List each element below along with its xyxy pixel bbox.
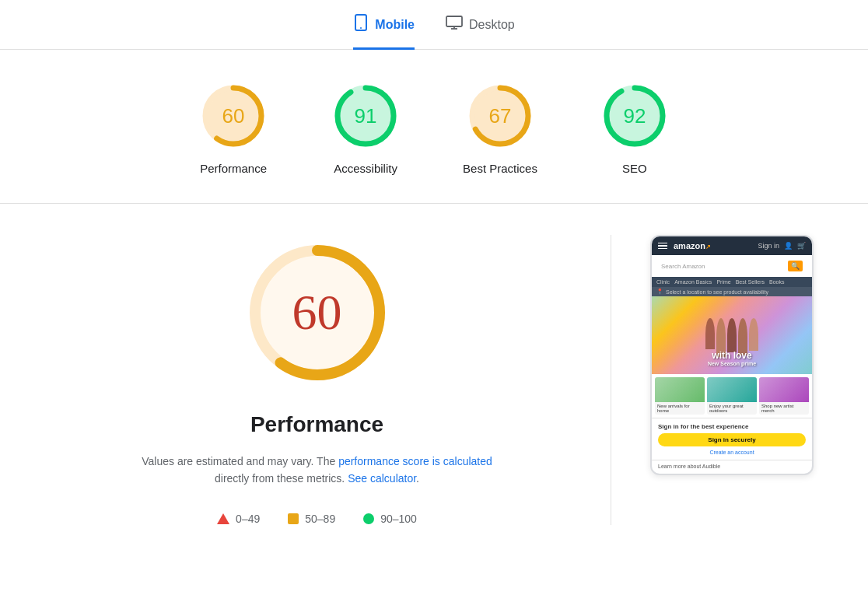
description-prefix: Values are estimated and may vary. The	[142, 455, 338, 467]
product-label-3: Shop new artist merch	[759, 402, 809, 415]
location-text: Select a location to see product availab…	[666, 289, 768, 295]
legend-good: 90–100	[363, 513, 417, 525]
score-circle-seo: 92	[600, 81, 670, 151]
user-icon: 👤	[784, 242, 793, 250]
product-item-2: Enjoy your great outdoors	[707, 377, 757, 415]
big-score-label: Performance	[250, 412, 383, 437]
score-best-practices[interactable]: 67 Best Practices	[463, 81, 537, 175]
search-placeholder: Search Amazon	[661, 263, 705, 270]
product-label-1: New arrivals for home	[655, 402, 705, 415]
phone-audible-section: Learn more about Audible	[652, 460, 812, 474]
score-label-seo: SEO	[622, 162, 647, 175]
svg-point-1	[360, 27, 362, 29]
score-circle-best-practices: 67	[465, 81, 535, 151]
description-suffix: .	[416, 472, 419, 485]
nav-books: Books	[769, 279, 784, 285]
legend-poor-range: 0–49	[236, 513, 260, 525]
score-circle-accessibility: 91	[331, 81, 401, 151]
nav-prime: Prime	[716, 279, 730, 285]
phone-products-row: New arrivals for home Enjoy your great o…	[652, 374, 812, 418]
score-circle-performance: 60	[198, 81, 268, 151]
legend-medium: 50–89	[288, 513, 335, 525]
good-icon	[363, 513, 374, 524]
cart-icon: 🛒	[797, 242, 806, 250]
tab-bar: Mobile Desktop	[0, 0, 868, 50]
big-score-container: 60	[240, 235, 395, 390]
description-text: Values are estimated and may vary. The p…	[138, 453, 496, 488]
svg-rect-2	[446, 16, 462, 26]
left-panel: 60 Performance Values are estimated and …	[62, 235, 572, 525]
right-panel: amazon↗ Sign in 👤 🛒 Search Amazon 🔍 Clin…	[650, 235, 821, 525]
legend: 0–49 50–89 90–100	[217, 513, 417, 525]
phone-location-bar: 📍 Select a location to see product avail…	[652, 287, 812, 296]
tab-desktop-label: Desktop	[469, 18, 515, 32]
location-icon: 📍	[656, 289, 663, 295]
nav-bestsellers: Best Sellers	[736, 279, 765, 285]
medium-icon	[288, 513, 299, 524]
hamburger-icon	[658, 243, 667, 250]
legend-poor: 0–49	[217, 513, 260, 525]
phone-search-bar: Search Amazon 🔍	[656, 258, 807, 274]
score-value-best-practices: 67	[489, 104, 512, 128]
description-middle: directly from these metrics.	[215, 472, 348, 485]
phone-header: amazon↗ Sign in 👤 🛒	[652, 236, 812, 255]
tab-desktop[interactable]: Desktop	[446, 16, 515, 48]
phone-header-right: Sign in 👤 🛒	[758, 242, 806, 250]
score-label-performance: Performance	[200, 162, 267, 175]
score-performance[interactable]: 60 Performance	[198, 81, 268, 175]
phone-header-left: amazon↗	[658, 241, 711, 250]
big-score-value: 60	[292, 284, 342, 341]
mobile-icon	[353, 14, 369, 35]
phone-hero-image: with love New Season prime	[652, 296, 812, 374]
desktop-icon	[446, 16, 463, 33]
tab-mobile[interactable]: Mobile	[353, 14, 415, 50]
score-accessibility[interactable]: 91 Accessibility	[331, 81, 401, 175]
score-value-performance: 60	[222, 104, 245, 128]
hero-subtext: New Season prime	[708, 361, 756, 366]
phone-mockup: amazon↗ Sign in 👤 🛒 Search Amazon 🔍 Clin…	[650, 235, 814, 475]
legend-medium-range: 50–89	[305, 513, 335, 525]
sign-in-link: Sign in	[758, 242, 779, 250]
phone-sign-in-section: Sign in for the best experience Sign in …	[652, 418, 812, 460]
tab-mobile-label: Mobile	[375, 18, 415, 32]
hero-text: with love New Season prime	[708, 350, 756, 366]
audible-text: Learn more about Audible	[658, 464, 720, 469]
performance-score-link[interactable]: performance score is calculated	[338, 455, 492, 467]
score-value-accessibility: 91	[355, 104, 377, 128]
main-content: 60 Performance Values are estimated and …	[0, 204, 868, 556]
score-label-best-practices: Best Practices	[463, 162, 537, 175]
legend-good-range: 90–100	[380, 513, 417, 525]
product-item-3: Shop new artist merch	[759, 377, 809, 415]
phone-nav-links: Clinic Amazon Basics Prime Best Sellers …	[652, 277, 812, 287]
nav-clinic: Clinic	[656, 279, 670, 285]
amazon-logo: amazon↗	[674, 241, 711, 250]
score-seo[interactable]: 92 SEO	[600, 81, 670, 175]
vertical-divider	[611, 235, 611, 525]
search-button: 🔍	[788, 261, 803, 271]
scores-row: 60 Performance 91 Accessibility 67 Best …	[0, 50, 868, 204]
score-value-seo: 92	[623, 104, 646, 128]
create-account-link[interactable]: Create an account	[658, 450, 806, 455]
nav-basics: Amazon Basics	[674, 279, 712, 285]
sign-in-button[interactable]: Sign in securely	[658, 433, 806, 446]
poor-icon	[217, 513, 229, 524]
sign-in-title: Sign in for the best experience	[658, 423, 806, 430]
product-item-1: New arrivals for home	[655, 377, 705, 415]
score-label-accessibility: Accessibility	[334, 162, 397, 175]
product-label-2: Enjoy your great outdoors	[707, 402, 757, 415]
calculator-link[interactable]: See calculator	[348, 472, 416, 485]
